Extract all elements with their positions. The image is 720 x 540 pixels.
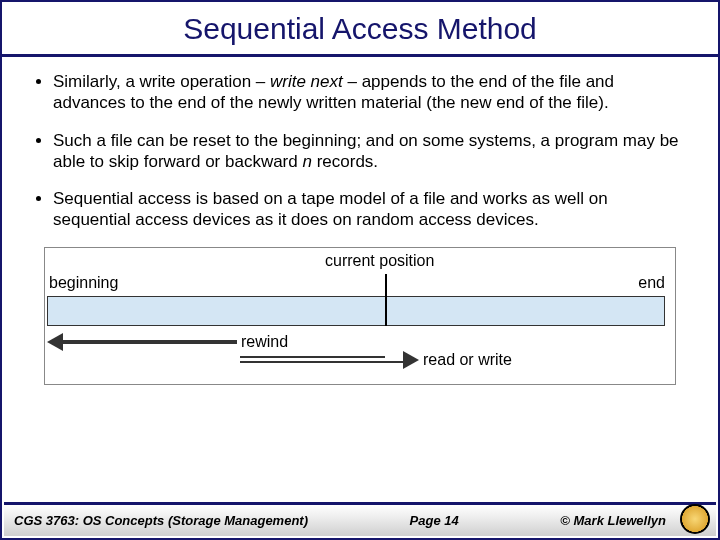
readwrite-arrow-icon [403, 351, 419, 369]
bullet-item: Such a file can be reset to the beginnin… [36, 130, 684, 173]
tape-bar [47, 296, 665, 326]
readwrite-line [240, 361, 410, 363]
slide: Sequential Access Method Similarly, a wr… [0, 0, 720, 540]
readwrite-line [240, 356, 385, 358]
readwrite-label: read or write [423, 351, 512, 369]
current-position-marker [385, 274, 387, 326]
bullet-item: Similarly, a write operation – write nex… [36, 71, 684, 114]
bullet-text: Similarly, a write operation – write nex… [53, 71, 684, 114]
bullet-text: Sequential access is based on a tape mod… [53, 188, 684, 231]
ucf-logo-icon [680, 504, 710, 534]
rewind-label: rewind [241, 333, 288, 351]
bullet-dot-icon [36, 138, 41, 143]
footer-page: Page 14 [308, 513, 560, 528]
bullet-dot-icon [36, 79, 41, 84]
bullet-item: Sequential access is based on a tape mod… [36, 188, 684, 231]
footer-copyright: © Mark Llewellyn [560, 513, 666, 528]
beginning-label: beginning [49, 274, 118, 292]
bullet-text: Such a file can be reset to the beginnin… [53, 130, 684, 173]
slide-title: Sequential Access Method [2, 12, 718, 46]
title-bar: Sequential Access Method [2, 2, 718, 57]
current-position-label: current position [325, 252, 434, 270]
content-area: Similarly, a write operation – write nex… [2, 57, 718, 385]
footer-course: CGS 3763: OS Concepts (Storage Managemen… [14, 513, 308, 528]
tape-diagram: current position beginning end rewind re… [44, 247, 676, 385]
bullet-dot-icon [36, 196, 41, 201]
rewind-line [57, 340, 237, 344]
end-label: end [638, 274, 665, 292]
slide-footer: CGS 3763: OS Concepts (Storage Managemen… [4, 502, 716, 536]
